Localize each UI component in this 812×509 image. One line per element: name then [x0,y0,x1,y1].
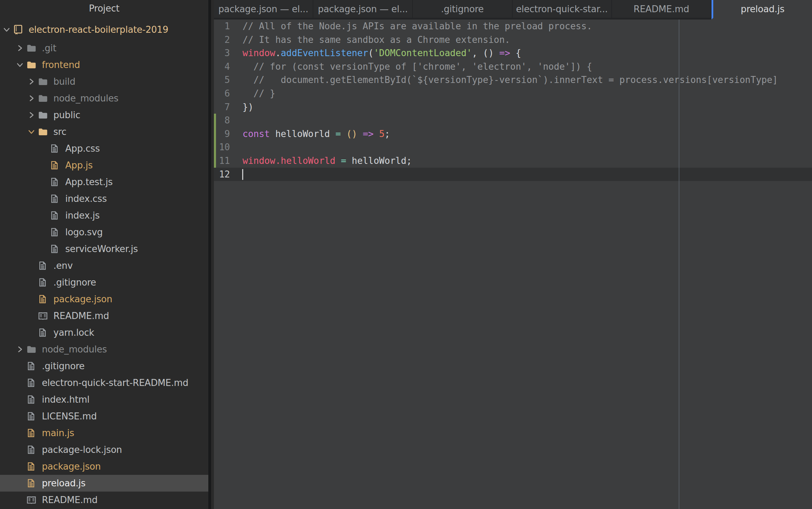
tree-item-label: node_modules [53,93,118,104]
tree-item-electron-quick-start-readme-md[interactable]: electron-quick-start-README.md [0,374,208,391]
file-icon [50,224,60,241]
tree-item-yarn-lock[interactable]: yarn.lock [0,324,208,341]
line-number[interactable]: 6 [214,87,243,100]
chevron-down-icon[interactable] [16,56,27,73]
tree-item-label: package.json [53,294,112,304]
code-line[interactable]: 12 [214,168,812,181]
tree-item-app-test-js[interactable]: App.test.js [0,174,208,190]
tree-item-label: App.css [65,143,100,154]
tree-item-preload-js[interactable]: preload.js [0,475,208,492]
tree-item-app-css[interactable]: App.css [0,140,208,157]
chevron-down-icon[interactable] [28,123,38,140]
line-number[interactable]: 2 [214,33,243,47]
code-token: () [346,129,357,139]
tree-item-main-js[interactable]: main.js [0,425,208,441]
tree-item-package-json[interactable]: package.json [0,291,208,307]
chevron-down-icon[interactable] [3,21,13,38]
tree-item-label: main.js [42,428,74,438]
code-line[interactable]: 10 [214,140,812,154]
line-number[interactable]: 8 [214,114,243,127]
file-icon [38,274,48,291]
code-token: = [341,155,347,166]
tree-item-gitignore[interactable]: .gitignore [0,274,208,291]
line-number[interactable]: 5 [214,73,243,87]
chevron-right-icon[interactable] [28,107,38,123]
code-token: { [510,48,521,58]
code-token: window [243,48,275,58]
tree-item-node-modules[interactable]: node_modules [0,90,208,107]
tree-item-env[interactable]: .env [0,257,208,274]
code-token: ; [385,129,390,139]
file-icon [27,358,36,374]
tab-package-json-el[interactable]: package.json — el... [313,0,413,20]
tree-item-electron-react-boilerplate-2019[interactable]: electron-react-boilerplate-2019 [0,21,208,38]
chevron-right-icon[interactable] [16,40,27,56]
code-token: // } [243,88,275,99]
tree-item-frontend[interactable]: frontend [0,56,208,73]
code-line-text: window.addEventListener('DOMContentLoade… [243,46,521,60]
tree-item-label: LICENSE.md [42,411,97,421]
file-icon [38,291,48,307]
tree-item-package-json[interactable]: package.json [0,458,208,475]
tree-item-license-md[interactable]: LICENSE.md [0,408,208,425]
chevron-spacer [16,408,27,425]
chevron-right-icon[interactable] [28,90,38,107]
tree-item-index-css[interactable]: index.css [0,190,208,207]
code-token: helloWorld [270,129,335,139]
chevron-spacer [16,441,27,458]
tree-item-build[interactable]: build [0,73,208,90]
chevron-spacer [28,291,38,307]
code-line[interactable]: 3window.addEventListener('DOMContentLoad… [214,46,812,60]
tab-gitignore[interactable]: .gitignore [413,0,512,20]
tree-item-index-html[interactable]: index.html [0,391,208,408]
tree-item-serviceworker-js[interactable]: serviceWorker.js [0,241,208,257]
file-icon [27,391,36,408]
chevron-right-icon[interactable] [28,73,38,90]
tab-package-json-el[interactable]: package.json — el... [214,0,313,20]
code-token: , () [472,48,499,58]
code-line[interactable]: 4 // for (const versionType of ['chrome'… [214,60,812,74]
line-number[interactable]: 12 [214,168,243,181]
tab-electron-quick-star[interactable]: electron-quick-star... [513,0,612,20]
tree-item-package-lock-json[interactable]: package-lock.json [0,441,208,458]
tree-item-app-js[interactable]: App.js [0,157,208,174]
tree-item-git[interactable]: .git [0,40,208,56]
code-editor[interactable]: 1// All of the Node.js APIs are availabl… [214,20,812,181]
line-number[interactable]: 10 [214,140,243,154]
tree-item-readme-md[interactable]: README.md [0,307,208,324]
tree-item-label: index.css [65,193,107,204]
code-line[interactable]: 11window.helloWorld = helloWorld; [214,154,812,168]
code-line[interactable]: 1// All of the Node.js APIs are availabl… [214,20,812,33]
tab-readme-md[interactable]: README.md [612,0,712,20]
code-line[interactable]: 5 // document.getElementById(`${versionT… [214,73,812,87]
line-number[interactable]: 11 [214,154,243,168]
code-token: => [499,48,510,58]
line-number[interactable]: 9 [214,127,243,141]
tree-item-node-modules[interactable]: node_modules [0,341,208,358]
line-number[interactable]: 4 [214,60,243,74]
tree-item-readme-md[interactable]: README.md [0,492,208,508]
code-line[interactable]: 6 // } [214,87,812,100]
line-number[interactable]: 7 [214,100,243,114]
code-token: 'DOMContentLoaded' [374,48,472,58]
code-line[interactable]: 8 [214,114,812,127]
tab-preload-js[interactable]: preload.js [712,0,812,20]
tree-item-public[interactable]: public [0,107,208,123]
tree-item-gitignore[interactable]: .gitignore [0,358,208,374]
code-line-text: const helloWorld = () => 5; [243,127,390,141]
tree-item-label: README.md [53,311,109,321]
tree-item-label: logo.svg [65,227,103,237]
file-icon [27,441,36,458]
tree-item-label: .git [42,43,56,53]
tree-item-index-js[interactable]: index.js [0,207,208,224]
code-token [335,155,341,166]
line-number[interactable]: 3 [214,46,243,60]
code-token: = [335,129,341,139]
line-number[interactable]: 1 [214,20,243,33]
tree-item-logo-svg[interactable]: logo.svg [0,224,208,241]
code-line[interactable]: 9const helloWorld = () => 5; [214,127,812,141]
tree-item-src[interactable]: src [0,123,208,140]
code-line[interactable]: 2// It has the same sandbox as a Chrome … [214,33,812,47]
code-line[interactable]: 7}) [214,100,812,114]
chevron-right-icon[interactable] [16,341,27,358]
